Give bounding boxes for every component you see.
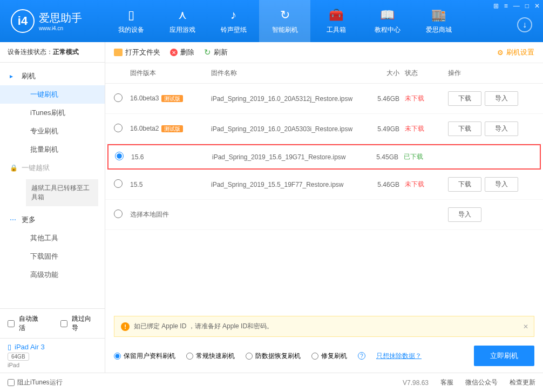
table-row[interactable]: 16.0beta2测试版 iPad_Spring_2019_16.0_20A53…: [105, 114, 543, 144]
main-panel: 打开文件夹 ✕删除 ↻刷新 ⚙刷机设置 固件版本 固件名称 大小 状态 操作 1…: [105, 42, 543, 373]
menu-icon[interactable]: ⊞: [493, 2, 499, 10]
import-button[interactable]: 导入: [448, 207, 481, 222]
table-header: 固件版本 固件名称 大小 状态 操作: [105, 63, 543, 84]
firmware-name: iPad_Spring_2019_16.0_20A5312j_Restore.i…: [211, 95, 362, 103]
firmware-name: iPad_Spring_2019_15.5_19F77_Restore.ipsw: [211, 181, 362, 188]
folder-icon: [114, 49, 123, 56]
refresh-icon: ↻: [204, 48, 211, 57]
help-icon[interactable]: ?: [358, 352, 365, 360]
open-folder-button[interactable]: 打开文件夹: [114, 48, 160, 57]
close-icon[interactable]: ✕: [534, 2, 540, 10]
import-button[interactable]: 导入: [485, 177, 518, 192]
list-icon[interactable]: ≡: [504, 2, 508, 10]
tab-store[interactable]: 🏬爱思商城: [413, 0, 464, 42]
sidebar-item-pro[interactable]: 专业刷机: [0, 122, 105, 140]
table-row-local[interactable]: 选择本地固件 导入: [105, 200, 543, 230]
option-repair[interactable]: 修复刷机: [311, 352, 347, 361]
apple-id-alert: ! 如已绑定 Apple ID ，请准备好 Apple ID和密码。 ✕: [114, 316, 534, 337]
firmware-radio[interactable]: [114, 179, 123, 188]
tablet-icon: ▯: [8, 343, 11, 351]
toolbox-icon: 🧰: [329, 8, 343, 22]
tab-ringtones[interactable]: ♪铃声壁纸: [208, 0, 259, 42]
table-row[interactable]: 15.6 iPad_Spring_2019_15.6_19G71_Restore…: [107, 144, 541, 170]
firmware-radio[interactable]: [114, 209, 123, 218]
firmware-size: 5.49GB: [362, 125, 405, 133]
auto-activate-checkbox[interactable]: [8, 320, 15, 327]
tab-my-device[interactable]: ▯我的设备: [105, 0, 157, 42]
firmware-version: 15.5: [130, 181, 211, 188]
logo-area[interactable]: i4 爱思助手 www.i4.cn: [0, 9, 105, 33]
firmware-status: 未下载: [405, 180, 448, 189]
option-normal[interactable]: 常规快速刷机: [186, 352, 235, 361]
minimize-icon[interactable]: —: [513, 2, 520, 10]
sidebar-group-flash[interactable]: ▸刷机: [0, 67, 105, 85]
delete-button[interactable]: ✕删除: [170, 48, 194, 57]
import-button[interactable]: 导入: [485, 121, 518, 136]
flash-now-button[interactable]: 立即刷机: [474, 346, 534, 366]
device-info[interactable]: ▯iPad Air 3 64GB iPad: [0, 338, 105, 373]
firmware-size: 5.46GB: [362, 181, 405, 188]
beta-badge: 测试版: [161, 95, 183, 102]
alert-close-button[interactable]: ✕: [523, 323, 528, 330]
sidebar-group-more[interactable]: ⋯更多: [0, 211, 105, 229]
firmware-version: 16.0beta3测试版: [130, 94, 211, 103]
local-firmware-label: 选择本地固件: [130, 210, 211, 219]
firmware-radio[interactable]: [115, 152, 124, 160]
music-icon: ♪: [230, 8, 236, 22]
download-button[interactable]: 下载: [448, 121, 481, 136]
firmware-status: 已下载: [404, 152, 447, 161]
option-keep-data[interactable]: 保留用户资料刷机: [114, 352, 175, 361]
firmware-name: iPad_Spring_2019_15.6_19G71_Restore.ipsw: [212, 153, 361, 161]
toolbar: 打开文件夹 ✕删除 ↻刷新 ⚙刷机设置: [105, 42, 543, 63]
table-row[interactable]: 15.5 iPad_Spring_2019_15.5_19F77_Restore…: [105, 170, 543, 200]
tab-apps[interactable]: ⋏应用游戏: [157, 0, 208, 42]
sidebar-item-other[interactable]: 其他工具: [0, 229, 105, 247]
version-label: V7.98.63: [403, 379, 429, 387]
lock-icon: 🔒: [10, 164, 18, 172]
tab-toolbox[interactable]: 🧰工具箱: [310, 0, 362, 42]
app-url: www.i4.cn: [39, 25, 82, 31]
table-row[interactable]: 16.0beta3测试版 iPad_Spring_2019_16.0_20A53…: [105, 84, 543, 114]
app-header: i4 爱思助手 www.i4.cn ▯我的设备 ⋏应用游戏 ♪铃声壁纸 ↻智能刷…: [0, 0, 543, 42]
sidebar-item-itunes[interactable]: iTunes刷机: [0, 104, 105, 122]
download-button[interactable]: ↓: [517, 17, 532, 32]
firmware-size: 5.45GB: [361, 153, 404, 161]
sidebar-item-advanced[interactable]: 高级功能: [0, 266, 105, 284]
firmware-size: 5.46GB: [362, 95, 405, 103]
gear-icon: ⚙: [497, 49, 504, 57]
check-update-link[interactable]: 检查更新: [510, 378, 535, 387]
nav-tabs: ▯我的设备 ⋏应用游戏 ♪铃声壁纸 ↻智能刷机 🧰工具箱 📖教程中心 🏬爱思商城: [105, 0, 543, 42]
firmware-radio[interactable]: [114, 93, 123, 102]
download-button[interactable]: 下载: [448, 177, 481, 192]
refresh-button[interactable]: ↻刷新: [204, 48, 228, 57]
phone-icon: ▯: [128, 8, 134, 22]
sidebar-item-batch[interactable]: 批量刷机: [0, 140, 105, 159]
support-link[interactable]: 客服: [440, 378, 453, 387]
firmware-status: 未下载: [405, 124, 448, 133]
jailbreak-note: 越狱工具已转移至工具箱: [26, 179, 98, 206]
erase-link[interactable]: 只想抹除数据？: [376, 352, 422, 361]
tab-flash[interactable]: ↻智能刷机: [259, 0, 310, 42]
option-anti-recover[interactable]: 防数据恢复刷机: [246, 352, 301, 361]
firmware-ops: 下载导入: [448, 91, 534, 106]
flash-group-icon: ▸: [10, 72, 13, 80]
more-icon: ⋯: [10, 216, 16, 224]
download-button[interactable]: 下载: [448, 91, 481, 106]
wechat-link[interactable]: 微信公众号: [465, 378, 498, 387]
apps-icon: ⋏: [178, 8, 187, 22]
tab-tutorials[interactable]: 📖教程中心: [362, 0, 413, 42]
flash-icon: ↻: [280, 8, 290, 22]
flash-settings-button[interactable]: ⚙刷机设置: [497, 48, 534, 57]
maximize-icon[interactable]: □: [525, 2, 529, 10]
skip-guide-checkbox[interactable]: [60, 320, 67, 327]
firmware-radio[interactable]: [114, 124, 123, 132]
sidebar-group-jailbreak: 🔒一键越狱: [0, 159, 105, 177]
import-button[interactable]: 导入: [485, 91, 518, 106]
firmware-ops: 下载导入: [448, 121, 534, 136]
logo-icon: i4: [11, 9, 35, 33]
block-itunes-checkbox[interactable]: 阻止iTunes运行: [8, 378, 63, 387]
sidebar-item-oneclick[interactable]: 一键刷机: [0, 85, 105, 104]
firmware-version: 15.6: [131, 153, 212, 161]
firmware-version: 16.0beta2测试版: [130, 125, 211, 133]
sidebar-item-download-fw[interactable]: 下载固件: [0, 247, 105, 266]
